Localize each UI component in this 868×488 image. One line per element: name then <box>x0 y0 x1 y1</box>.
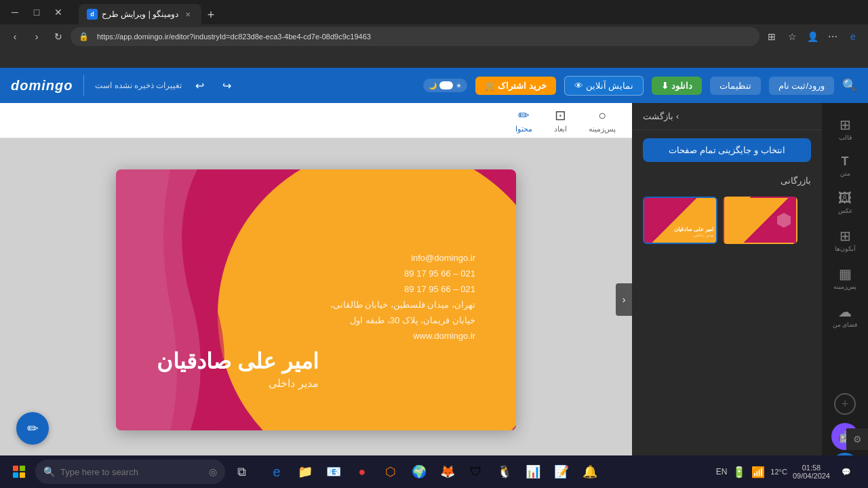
excel-app[interactable]: 📊 <box>519 458 547 485</box>
app9[interactable]: 🐧 <box>491 458 518 485</box>
battery-icon: 🔋 <box>732 466 746 479</box>
dimensions-icon: ⊡ <box>555 107 566 123</box>
template-1-text: امیر علی صادقیان مدیر داخلی <box>647 226 713 237</box>
taskbar: 🔍 ◎ ⧉ e 📁 📧 ● ⬡ 🌍 🦊 🛡 🐧 📊 📝 🔔 EN 🔋 📶 12°… <box>0 455 868 488</box>
download-button[interactable]: دانلود ⬇ <box>652 77 702 95</box>
start-button[interactable] <box>5 458 33 485</box>
app-body: ○ پس‌زمینه ⊡ ابعاد ✏ محتوا <box>0 103 868 488</box>
menu-button[interactable]: ⋯ <box>823 27 842 46</box>
browser-chrome: ─ □ ✕ d دومینگو | ویرایش طرح ✕ + ‹ › ↻ 🔒… <box>0 0 868 68</box>
myspace-icon: ☁ <box>838 304 852 320</box>
app8[interactable]: 🛡 <box>462 458 490 485</box>
app7-icon: 🦊 <box>440 464 455 479</box>
app9-icon: 🐧 <box>497 464 512 479</box>
card-address1: تهران، میدان فلسطین، خیابان طالقانی، <box>330 300 475 310</box>
app4[interactable]: ● <box>349 458 376 485</box>
word-app[interactable]: 📝 <box>548 458 575 485</box>
icons-icon: ⊞ <box>840 228 851 244</box>
folder-icon: 📁 <box>298 464 313 479</box>
card-email: info@domingo.ir <box>330 253 475 263</box>
back-label: بازگشت <box>643 111 673 121</box>
template-icon: ⊞ <box>840 117 851 133</box>
select-all-pages-button[interactable]: انتخاب و جایگزینی تمام صفحات <box>643 138 811 162</box>
panel-toggle-arrow[interactable]: › <box>616 283 632 316</box>
settings-gear-icon[interactable]: ⚙ <box>846 428 868 450</box>
sidebar-add-button[interactable]: + <box>834 393 856 415</box>
minimize-button[interactable]: ─ <box>5 3 24 22</box>
sidebar-item-myspace[interactable]: ☁ فضای من <box>826 298 864 333</box>
app6[interactable]: 🌍 <box>406 458 433 485</box>
tab-bar: d دومینگو | ویرایش طرح ✕ + <box>73 0 220 24</box>
toolbar-content[interactable]: ✏ محتوا <box>510 104 538 136</box>
login-button[interactable]: ورود/ثبت نام <box>769 77 834 95</box>
tab-close-icon[interactable]: ✕ <box>182 9 193 20</box>
content-label: محتوا <box>515 125 532 134</box>
preview-button[interactable]: نمایش آنلاین 👁 <box>564 76 644 96</box>
redo-button[interactable]: ↪ <box>217 76 236 95</box>
mail-app[interactable]: 📧 <box>320 458 347 485</box>
settings-button[interactable]: تنظیمات <box>710 77 761 95</box>
notification-icon: 🔔 <box>583 464 597 479</box>
sidebar-item-icons[interactable]: ⊞ آیکون‌ها <box>826 222 864 258</box>
address-bar[interactable]: 🔒 https://app.domingo.ir/editor?industry… <box>71 27 760 46</box>
favorites-button[interactable]: ☆ <box>783 27 802 46</box>
toolbar-background[interactable]: ○ پس‌زمینه <box>583 105 621 136</box>
notification-app[interactable]: 🔔 <box>576 458 604 485</box>
edit-fab-button[interactable]: ✏ <box>16 412 49 445</box>
edge-icon-button[interactable]: e <box>844 27 863 46</box>
app5-icon: ⬡ <box>385 464 396 479</box>
dark-mode-toggle[interactable]: ☀ 🌙 <box>423 79 467 92</box>
card-job-title: مدیر داخلی <box>157 377 319 390</box>
edge-icon: e <box>273 464 280 480</box>
action-center-button[interactable]: 💬 <box>835 461 857 483</box>
taskbar-search-input[interactable] <box>60 467 203 477</box>
taskbar-search-icon: 🔍 <box>43 466 55 477</box>
undo-button[interactable]: ↩ <box>190 76 209 95</box>
app-header: 🔍 ورود/ثبت نام تنظیمات دانلود ⬇ نمایش آن… <box>0 68 868 103</box>
app-container: 🔍 ورود/ثبت نام تنظیمات دانلود ⬇ نمایش آن… <box>0 68 868 488</box>
card-phone2: 021 – 66 95 17 89 <box>330 284 475 294</box>
taskbar-search-bar[interactable]: 🔍 ◎ <box>35 460 225 484</box>
card-name-area: امیر علی صادقیان مدیر داخلی <box>157 348 319 390</box>
tab-favicon: d <box>87 9 98 20</box>
right-panel-header: › بازگشت <box>632 103 822 130</box>
app5[interactable]: ⬡ <box>377 458 404 485</box>
extensions-button[interactable]: ⊞ <box>762 27 781 46</box>
task-view-icon: ⧉ <box>237 465 246 479</box>
template-1[interactable]: امیر علی صادقیان مدیر داخلی <box>643 197 717 244</box>
app7[interactable]: 🦊 <box>434 458 461 485</box>
toolbar-dimensions[interactable]: ⊡ ابعاد <box>549 104 572 136</box>
sidebar-item-text[interactable]: T متن <box>826 149 864 182</box>
maximize-button[interactable]: □ <box>27 3 46 22</box>
refresh-button[interactable]: ↻ <box>49 27 68 46</box>
right-panel: › بازگشت انتخاب و جایگزینی تمام صفحات با… <box>632 103 822 488</box>
search-icon[interactable]: 🔍 <box>842 78 857 93</box>
icons-label: آیکون‌ها <box>835 245 856 252</box>
bg-icon: ▦ <box>839 266 852 282</box>
template-2[interactable] <box>723 197 797 244</box>
background-label: پس‌زمینه <box>589 125 616 134</box>
active-tab[interactable]: d دومینگو | ویرایش طرح ✕ <box>79 4 201 24</box>
sidebar-item-template[interactable]: ⊞ قالب <box>826 111 864 146</box>
card-wave-svg <box>116 169 265 430</box>
edge-app[interactable]: e <box>263 458 290 485</box>
explorer-app[interactable]: 📁 <box>292 458 319 485</box>
close-window-button[interactable]: ✕ <box>49 3 68 22</box>
sidebar-item-background[interactable]: ▦ پس‌زمینه <box>826 260 864 296</box>
back-button[interactable]: › بازگشت <box>643 111 679 121</box>
back-arrow-icon: › <box>676 111 679 121</box>
share-button[interactable]: خرید اشتراک 🛒 <box>475 77 556 95</box>
forward-button[interactable]: › <box>27 27 46 46</box>
browser-window-controls: ─ □ ✕ <box>5 3 68 22</box>
task-view-button[interactable]: ⧉ <box>228 458 255 485</box>
profile-button[interactable]: 👤 <box>803 27 822 46</box>
canvas-area[interactable]: امیر علی صادقیان مدیر داخلی info@domingo… <box>0 138 632 461</box>
app4-icon: ● <box>359 465 366 479</box>
card-name: امیر علی صادقیان <box>157 348 319 374</box>
windows-icon <box>13 466 25 478</box>
new-tab-button[interactable]: + <box>201 5 220 24</box>
sidebar-item-image[interactable]: 🖼 عکس <box>826 185 864 220</box>
myspace-label: فضای من <box>833 321 858 328</box>
back-button[interactable]: ‹ <box>5 27 24 46</box>
taskbar-copilot-icon: ◎ <box>209 466 217 477</box>
